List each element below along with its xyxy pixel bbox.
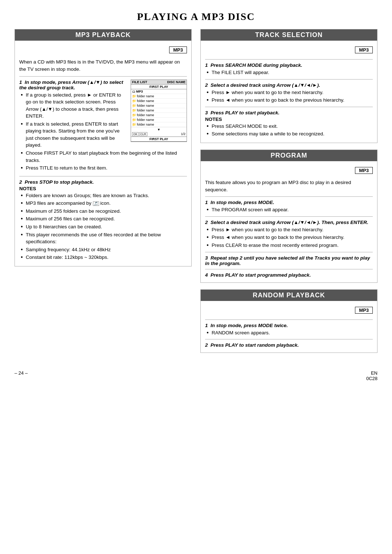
- ts-note-1: Press SEARCH MODE to exit.: [207, 123, 373, 130]
- divider-program-2: [205, 216, 373, 217]
- note-8: Constant bit rate: 112kbps ~ 320kbps.: [21, 254, 187, 261]
- mp3-playback-header: MP3 PLAYBACK: [15, 29, 191, 41]
- prog-step4-number: 4: [205, 272, 208, 278]
- left-column: MP3 PLAYBACK MP3 When a CD with MP3 file…: [15, 29, 192, 359]
- divider-track-1: [205, 59, 373, 60]
- rand-step1-italic: 1 In stop mode, press MODE twice.: [205, 323, 373, 328]
- rand-step1-number: 1: [205, 323, 208, 328]
- prog-bullet-1: The PROGRAM screen will appear.: [207, 206, 373, 213]
- rand-step2-number: 2: [205, 342, 208, 348]
- step1-block: FILE LIST DISC NAME FIRST PLAY 🗂 MP3 📁fo…: [19, 80, 187, 173]
- file-list-label: FILE LIST: [132, 80, 147, 84]
- prog-bullet-2: Press ► when you want to go to the next …: [207, 226, 373, 233]
- step1-number: 1: [19, 80, 22, 85]
- step2-italic: 2 Press STOP to stop playback.: [19, 179, 187, 185]
- prog-step4-italic: 4 Press PLAY to start programmed playbac…: [205, 272, 373, 278]
- rand-step2-text: Press PLAY to start random playback.: [211, 342, 299, 348]
- divider-random-2: [205, 339, 373, 339]
- note-3: Maximum of 255 folders can be recognized…: [21, 208, 187, 215]
- note-5: Up to 8 hierarchies can be created.: [21, 223, 187, 231]
- bullet-4: Press TITLE to return to the first item.: [21, 164, 187, 172]
- ts-bullet-1: The FILE LIST will appear.: [207, 69, 373, 76]
- ts-bullet-2: Press ► when you want to go to the next …: [207, 89, 373, 96]
- rand-step2-italic: 2 Press PLAY to start random playback.: [205, 342, 373, 348]
- right-column: TRACK SELECTION MP3 1 Press SEARCH MODE …: [200, 29, 377, 359]
- prog-step2-number: 2: [205, 220, 208, 225]
- rand-bullet-1: RANDOM screen appears.: [207, 329, 373, 337]
- program-section: PROGRAM MP3 This feature allows you to p…: [200, 150, 377, 283]
- prog-step1-text: In stop mode, press MODE.: [211, 200, 274, 205]
- ts-note-2: Some selections may take a while to be r…: [207, 130, 373, 138]
- prog-step2-text: Select a desired track using Arrow (▲/▼/…: [211, 220, 368, 225]
- track-selection-content: MP3 1 Press SEARCH MODE during playback.…: [201, 41, 377, 143]
- bullet-1: If a group is selected, press ► or ENTER…: [21, 91, 187, 120]
- footer-code: EN 0C28: [366, 370, 377, 381]
- first-play-top: FIRST PLAY: [131, 85, 187, 89]
- program-intro: This feature allows you to program an MP…: [205, 179, 373, 194]
- note-7: Sampling frequency: 44.1kHz or 48kHz: [21, 246, 187, 253]
- program-content: MP3 This feature allows you to program a…: [201, 161, 377, 282]
- track-selection-section: TRACK SELECTION MP3 1 Press SEARCH MODE …: [200, 29, 377, 143]
- prog-step1-bullets: The PROGRAM screen will appear.: [205, 206, 373, 213]
- ts-step1-number: 1: [205, 62, 208, 68]
- prog-step2-bullets: Press ► when you want to go to the next …: [205, 226, 373, 249]
- mp3-playback-section: MP3 PLAYBACK MP3 When a CD with MP3 file…: [15, 29, 192, 266]
- notes-label-playback: NOTES: [19, 186, 187, 191]
- prog-step3-number: 3: [205, 255, 208, 261]
- note-4: Maximum of 256 files can be recognized.: [21, 215, 187, 223]
- ts-notes-bullets: Press SEARCH MODE to exit. Some selectio…: [205, 123, 373, 138]
- mp3-badge-track: MP3: [355, 46, 373, 53]
- ts-step3-text: Press PLAY to start playback.: [211, 110, 279, 115]
- notes-bullets-playback: Folders are known as Groups; files are k…: [19, 192, 187, 261]
- mp3-badge-random: MP3: [355, 307, 373, 314]
- ts-step3-number: 3: [205, 110, 208, 115]
- ts-step1-bullets: The FILE LIST will appear.: [205, 69, 373, 76]
- step1-text: In stop mode, press Arrow (▲/▼) to selec…: [19, 80, 123, 90]
- ts-step2-italic: 2 Select a desired track using Arrow (▲/…: [205, 82, 373, 88]
- prog-step1-number: 1: [205, 200, 208, 205]
- divider-2: [19, 176, 187, 176]
- ts-step1-text: Press SEARCH MODE during playback.: [211, 62, 302, 68]
- prog-step4-text: Press PLAY to start programmed playback.: [211, 272, 311, 278]
- step1-bullets: If a group is selected, press ► or ENTER…: [19, 91, 187, 172]
- ts-bullet-3: Press ◄ when you want to go back to the …: [207, 97, 373, 104]
- bullet-2: If a track is selected, press ENTER to s…: [21, 121, 187, 149]
- ts-step2-bullets: Press ► when you want to go to the next …: [205, 89, 373, 104]
- random-playback-header: RANDOM PLAYBACK: [201, 290, 377, 301]
- ts-step3-italic: 3 Press PLAY to start playback.: [205, 110, 373, 115]
- divider-track-2: [205, 79, 373, 80]
- random-playback-content: MP3 1 In stop mode, press MODE twice. RA…: [201, 301, 377, 353]
- mp3-badge-program: MP3: [355, 167, 373, 174]
- divider-program-3: [205, 252, 373, 252]
- program-header: PROGRAM: [201, 150, 377, 161]
- prog-bullet-3: Press ◄ when you want to go back to the …: [207, 234, 373, 241]
- file-list-header: FILE LIST DISC NAME: [131, 80, 187, 85]
- notes-label-track: NOTES: [205, 117, 373, 122]
- page-footer: – 24 – EN 0C28: [15, 370, 377, 381]
- ts-step2-text: Select a desired track using Arrow (▲/▼/…: [211, 82, 320, 88]
- disc-name-label: DISC NAME: [167, 80, 185, 84]
- divider-program-4: [205, 269, 373, 269]
- divider-track-3: [205, 107, 373, 107]
- divider-random-1: [205, 319, 373, 320]
- prog-step3-text: Repeat step 2 until you have selected al…: [205, 255, 370, 266]
- note-1: Folders are known as Groups; files are k…: [21, 192, 187, 199]
- prog-bullet-4: Press CLEAR to erase the most recently e…: [207, 242, 373, 249]
- note-6: This player recommends the use of files …: [21, 231, 187, 245]
- track-selection-header: TRACK SELECTION: [201, 29, 377, 41]
- divider-program-1: [205, 196, 373, 197]
- step2-number: 2: [19, 179, 22, 185]
- prog-step2-italic: 2 Select a desired track using Arrow (▲/…: [205, 220, 373, 225]
- bullet-3: Choose FIRST PLAY to start playback from…: [21, 150, 187, 164]
- ts-step2-number: 2: [205, 82, 208, 88]
- step2-text: Press STOP to stop playback.: [25, 179, 94, 185]
- rand-step1-text: In stop mode, press MODE twice.: [211, 323, 288, 328]
- mp3-playback-content: MP3 When a CD with MP3 files is in the T…: [15, 41, 191, 266]
- prog-step1-italic: 1 In stop mode, press MODE.: [205, 200, 373, 205]
- rand-step1-bullets: RANDOM screen appears.: [205, 329, 373, 337]
- prog-step3-italic: 3 Repeat step 2 until you have selected …: [205, 255, 373, 266]
- footer-page-number: – 24 –: [15, 370, 28, 381]
- divider-1: [19, 76, 187, 77]
- mp3-badge-playback: MP3: [169, 46, 187, 53]
- mp3-playback-intro: When a CD with MP3 files is in the TV/DV…: [19, 58, 187, 73]
